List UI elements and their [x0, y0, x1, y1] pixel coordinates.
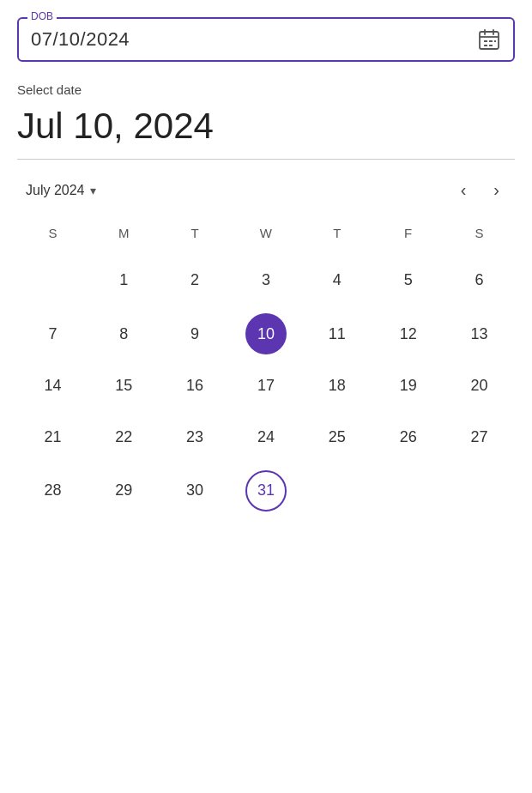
calendar-day-cell[interactable]: 29: [88, 463, 160, 518]
month-dropdown-button[interactable]: July 2024 ▾: [26, 183, 96, 198]
calendar-day-cell[interactable]: 17: [231, 360, 302, 411]
calendar-week-row: 123456: [17, 252, 515, 308]
calendar-day-cell[interactable]: 18: [301, 360, 372, 411]
calendar-day-cell[interactable]: 31: [231, 463, 302, 518]
calendar-day-cell[interactable]: 27: [444, 411, 515, 463]
calendar-day-cell[interactable]: 12: [372, 308, 444, 360]
next-month-button[interactable]: ›: [487, 177, 506, 203]
calendar-day-cell[interactable]: 1: [88, 252, 160, 308]
dob-field[interactable]: DOB 07/10/2024: [17, 17, 515, 62]
month-nav: July 2024 ▾ ‹ ›: [17, 177, 515, 203]
calendar-icon[interactable]: [477, 27, 501, 51]
select-date-label: Select date: [17, 82, 515, 97]
calendar-day-cell[interactable]: 16: [160, 360, 231, 411]
calendar-day-cell[interactable]: 11: [301, 308, 372, 360]
calendar-day-cell[interactable]: 3: [231, 252, 302, 308]
calendar-day-cell[interactable]: 21: [17, 411, 88, 463]
chevron-down-icon: ▾: [90, 184, 96, 197]
divider: [17, 159, 515, 160]
calendar-day-cell[interactable]: 25: [301, 411, 372, 463]
calendar-day-cell[interactable]: 5: [372, 252, 444, 308]
calendar-day-cell[interactable]: 9: [160, 308, 231, 360]
weekday-header-cell: S: [444, 221, 515, 252]
calendar-day-cell[interactable]: 10: [231, 308, 302, 360]
svg-rect-6: [494, 40, 496, 42]
svg-rect-5: [489, 40, 493, 42]
nav-arrows: ‹ ›: [454, 177, 506, 203]
selected-date-display: Jul 10, 2024: [17, 106, 515, 147]
calendar-day-cell[interactable]: 28: [17, 463, 88, 518]
calendar-day-cell[interactable]: 6: [444, 252, 515, 308]
calendar-day-cell[interactable]: 22: [88, 411, 160, 463]
weekday-header-cell: T: [301, 221, 372, 252]
svg-rect-4: [484, 40, 487, 42]
calendar-day-cell[interactable]: 4: [301, 252, 372, 308]
calendar-day-cell[interactable]: 2: [160, 252, 231, 308]
weekday-header-cell: M: [88, 221, 160, 252]
calendar-week-row: 78910111213: [17, 308, 515, 360]
month-label: July 2024: [26, 183, 85, 198]
calendar-week-row: 14151617181920: [17, 360, 515, 411]
calendar-day-cell[interactable]: 15: [88, 360, 160, 411]
calendar-day-cell[interactable]: 30: [160, 463, 231, 518]
calendar-day-cell: [444, 463, 515, 518]
prev-month-button[interactable]: ‹: [454, 177, 474, 203]
calendar-day-cell[interactable]: 23: [160, 411, 231, 463]
calendar-day-cell[interactable]: 26: [372, 411, 444, 463]
calendar-day-cell[interactable]: 24: [231, 411, 302, 463]
weekday-header-cell: T: [160, 221, 231, 252]
weekday-header-cell: S: [17, 221, 88, 252]
weekday-header-cell: W: [231, 221, 302, 252]
weekday-header-cell: F: [372, 221, 444, 252]
calendar-body: 1234567891011121314151617181920212223242…: [17, 252, 515, 518]
calendar-day-cell[interactable]: 8: [88, 308, 160, 360]
calendar-day-cell: [301, 463, 372, 518]
calendar-day-cell[interactable]: 20: [444, 360, 515, 411]
weekday-header: SMTWTFS: [17, 221, 515, 252]
svg-rect-7: [484, 45, 487, 46]
calendar-day-cell: [17, 252, 88, 308]
calendar-day-cell[interactable]: 14: [17, 360, 88, 411]
calendar-grid: SMTWTFS 12345678910111213141516171819202…: [17, 221, 515, 518]
calendar-day-cell: [372, 463, 444, 518]
calendar-day-cell[interactable]: 19: [372, 360, 444, 411]
svg-rect-8: [489, 45, 493, 46]
dob-value: 07/10/2024: [31, 28, 130, 51]
dob-label: DOB: [27, 10, 57, 22]
calendar-week-row: 21222324252627: [17, 411, 515, 463]
svg-rect-0: [480, 32, 499, 49]
calendar-day-cell[interactable]: 13: [444, 308, 515, 360]
calendar-week-row: 28293031: [17, 463, 515, 518]
calendar-day-cell[interactable]: 7: [17, 308, 88, 360]
